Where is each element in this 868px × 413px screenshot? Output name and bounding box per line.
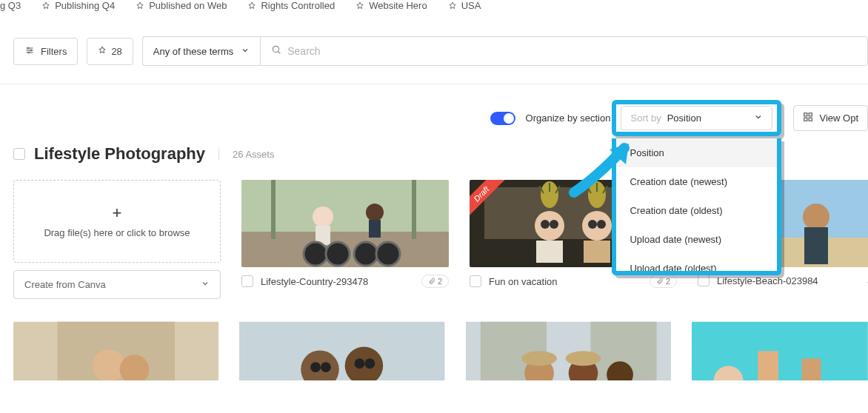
svg-rect-34: [536, 241, 563, 263]
svg-point-40: [803, 204, 829, 230]
asset-thumbnail[interactable]: [692, 321, 868, 380]
filters-button[interactable]: Filters: [13, 38, 78, 65]
svg-point-30: [541, 220, 550, 229]
pin-icon: [136, 1, 144, 10]
svg-point-20: [354, 242, 378, 266]
asset-thumbnail[interactable]: [239, 321, 444, 380]
create-from-canva-button[interactable]: Create from Canva: [13, 270, 221, 299]
asset-thumbnail[interactable]: [466, 321, 671, 380]
pinned-tag[interactable]: USA: [448, 0, 481, 11]
organize-by-section-toggle[interactable]: [490, 112, 515, 125]
svg-rect-9: [809, 113, 812, 116]
svg-point-18: [366, 204, 384, 221]
svg-rect-65: [758, 351, 778, 380]
sort-holder: Sort by Position Position Creation date …: [621, 106, 772, 130]
pinned-tags-row: g Q3 Publishing Q4 Published on Web Righ…: [0, 0, 868, 21]
toggle-knob: [504, 113, 514, 124]
svg-point-59: [521, 351, 557, 366]
asset-checkbox[interactable]: [698, 275, 710, 286]
sort-option[interactable]: Creation date (newest): [616, 167, 777, 196]
sort-option[interactable]: Upload date (newest): [616, 225, 777, 254]
attachment-badge[interactable]: 2: [650, 275, 677, 288]
svg-rect-48: [239, 322, 444, 380]
svg-point-21: [376, 242, 400, 266]
svg-point-16: [304, 242, 327, 266]
pin-icon: [41, 1, 50, 10]
svg-point-53: [355, 358, 365, 369]
upload-dropzone[interactable]: + Drag file(s) here or click to browse: [13, 180, 221, 263]
chevron-down-icon: [241, 46, 250, 57]
asset-checkbox[interactable]: [470, 275, 481, 287]
sort-dropdown: Position Creation date (newest) Creation…: [612, 138, 781, 275]
asset-meta-row: Lifestyle-Country-293478 2: [241, 275, 449, 288]
tag-label: Published on Web: [149, 0, 227, 11]
asset-cell: Lifestyle-Country-293478 2: [241, 180, 449, 299]
asset-name: Lifestyle-Beach-023984: [717, 275, 855, 286]
svg-point-17: [326, 242, 350, 266]
search-scope-select[interactable]: Any of these terms: [142, 36, 260, 66]
view-options-label: View Opt: [819, 113, 858, 124]
svg-point-31: [550, 220, 558, 229]
section-title: Lifestyle Photography: [34, 144, 205, 164]
svg-rect-66: [802, 358, 821, 380]
chevron-down-icon: [754, 113, 763, 124]
pinned-tag[interactable]: Website Hero: [355, 0, 427, 11]
svg-point-51: [311, 362, 321, 372]
pinned-tag[interactable]: Publishing Q4: [41, 0, 115, 11]
sort-select[interactable]: Sort by Position: [621, 106, 772, 130]
svg-point-54: [365, 358, 375, 369]
scope-label: Any of these terms: [153, 46, 233, 57]
svg-rect-10: [804, 118, 807, 121]
sort-label: Sort by: [630, 113, 661, 124]
svg-rect-22: [271, 180, 276, 239]
pin-icon: [448, 1, 457, 10]
pinned-tag[interactable]: Published on Web: [136, 0, 227, 11]
svg-point-3: [27, 47, 29, 49]
search-field-wrap[interactable]: [260, 36, 868, 66]
svg-point-61: [566, 351, 601, 366]
grid-icon: [803, 112, 813, 124]
pinned-tag[interactable]: Rights Controlled: [247, 0, 335, 11]
section-checkbox[interactable]: [13, 148, 25, 160]
canva-label: Create from Canva: [24, 279, 106, 290]
tag-label: USA: [461, 0, 481, 11]
asset-name: Lifestyle-Country-293478: [261, 276, 414, 287]
pin-icon: [247, 1, 256, 10]
sort-option[interactable]: Position: [616, 138, 777, 167]
svg-rect-11: [809, 118, 812, 121]
asset-thumbnail[interactable]: [241, 180, 449, 267]
asset-grid-row2: [0, 299, 868, 380]
attachment-badge[interactable]: 2: [421, 275, 449, 288]
asset-name: Fun on vacation: [489, 276, 642, 287]
svg-point-4: [30, 50, 32, 51]
pins-count-button[interactable]: 28: [87, 38, 133, 65]
plus-icon: +: [113, 205, 122, 221]
svg-point-5: [28, 52, 30, 53]
svg-rect-23: [412, 180, 416, 239]
asset-checkbox[interactable]: [241, 275, 253, 287]
asset-thumbnail[interactable]: [13, 321, 218, 380]
pins-count: 28: [111, 46, 121, 57]
section-controls: Organize by section Sort by Position Pos…: [0, 84, 868, 138]
svg-point-26: [535, 211, 564, 241]
svg-point-6: [273, 46, 279, 52]
tag-label: Website Hero: [369, 0, 427, 11]
view-options-button[interactable]: View Opt: [793, 105, 868, 131]
dropzone-text: Drag file(s) here or click to browse: [44, 227, 190, 238]
svg-point-14: [313, 206, 333, 227]
divider: [218, 147, 219, 161]
search-input[interactable]: [287, 45, 857, 57]
sort-value: Position: [667, 113, 749, 124]
search-icon: [271, 44, 281, 58]
svg-rect-8: [804, 113, 807, 116]
svg-rect-41: [804, 227, 828, 264]
organize-by-section-label: Organize by section: [526, 113, 611, 124]
svg-line-7: [278, 52, 281, 54]
sort-option[interactable]: Upload date (oldest): [616, 254, 777, 272]
sort-option[interactable]: Creation date (oldest): [616, 196, 777, 225]
pin-icon: [98, 46, 107, 57]
pinned-tag[interactable]: g Q3: [0, 0, 21, 11]
upload-cell: + Drag file(s) here or click to browse C…: [13, 180, 221, 299]
attachment-count: 2: [666, 277, 670, 286]
asset-meta-row: Fun on vacation 2: [470, 275, 677, 288]
